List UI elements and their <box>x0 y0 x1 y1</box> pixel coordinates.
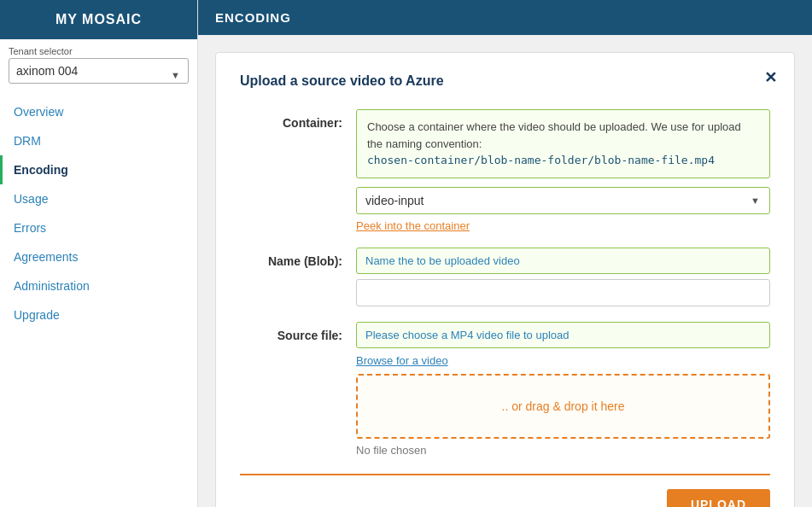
browse-link[interactable]: Browse for a video <box>356 354 448 367</box>
source-row: Source file: Please choose a MP4 video f… <box>240 322 770 457</box>
container-select-wrap: video-input video-output video-archive <box>356 187 770 214</box>
container-info-text: Choose a container where the video shoul… <box>367 120 741 150</box>
sidebar-item-usage[interactable]: Usage <box>0 184 197 213</box>
source-label: Source file: <box>240 322 342 342</box>
sidebar-header: MY MOSAIC <box>0 0 197 39</box>
sidebar: MY MOSAIC Tenant selector axinom 004 axi… <box>0 0 198 507</box>
nav-list: Overview DRM Encoding Usage Errors Agree… <box>0 92 197 335</box>
content-area: Upload a source video to Azure ✕ Contain… <box>198 35 812 507</box>
tenant-label: Tenant selector <box>0 39 197 58</box>
sidebar-item-agreements[interactable]: Agreements <box>0 242 197 271</box>
source-field: Please choose a MP4 video file to upload… <box>356 322 770 457</box>
top-bar: ENCODING <box>198 0 812 35</box>
sidebar-item-drm[interactable]: DRM <box>0 126 197 155</box>
drop-zone-label: .. or drag & drop it here <box>502 399 625 413</box>
container-info-box: Choose a container where the video shoul… <box>356 109 770 178</box>
drop-zone[interactable]: .. or drag & drop it here <box>356 374 770 439</box>
tenant-selector-wrap: axinom 004 axinom 001 axinom 002 <box>0 58 197 92</box>
upload-button[interactable]: UPLOAD <box>667 489 770 508</box>
container-field: Choose a container where the video shoul… <box>356 109 770 232</box>
no-file-label: No file chosen <box>356 444 770 457</box>
sidebar-item-upgrade[interactable]: Upgrade <box>0 300 197 329</box>
main-content: ENCODING Upload a source video to Azure … <box>198 0 812 507</box>
top-bar-title: ENCODING <box>215 10 291 25</box>
container-label: Container: <box>240 109 342 130</box>
name-hint-box: Name the to be uploaded video <box>356 248 770 274</box>
container-info-code: chosen-container/blob-name-folder/blob-n… <box>367 154 715 166</box>
name-field: Name the to be uploaded video <box>356 248 770 306</box>
upload-card: Upload a source video to Azure ✕ Contain… <box>215 52 795 507</box>
divider <box>240 474 770 475</box>
name-input[interactable] <box>356 279 770 306</box>
sidebar-item-errors[interactable]: Errors <box>0 213 197 242</box>
upload-btn-wrap: UPLOAD <box>240 489 770 508</box>
name-row: Name (Blob): Name the to be uploaded vid… <box>240 248 770 306</box>
name-label: Name (Blob): <box>240 248 342 268</box>
peek-link[interactable]: Peek into the container <box>356 219 470 232</box>
container-row: Container: Choose a container where the … <box>240 109 770 232</box>
close-button[interactable]: ✕ <box>764 68 777 87</box>
source-hint-box: Please choose a MP4 video file to upload <box>356 322 770 348</box>
container-select[interactable]: video-input video-output video-archive <box>356 187 770 214</box>
sidebar-title: MY MOSAIC <box>55 12 142 26</box>
sidebar-item-encoding[interactable]: Encoding <box>0 155 197 184</box>
sidebar-item-overview[interactable]: Overview <box>0 97 197 126</box>
tenant-selector[interactable]: axinom 004 axinom 001 axinom 002 <box>9 58 189 84</box>
card-title: Upload a source video to Azure <box>240 73 770 92</box>
sidebar-item-administration[interactable]: Administration <box>0 271 197 300</box>
